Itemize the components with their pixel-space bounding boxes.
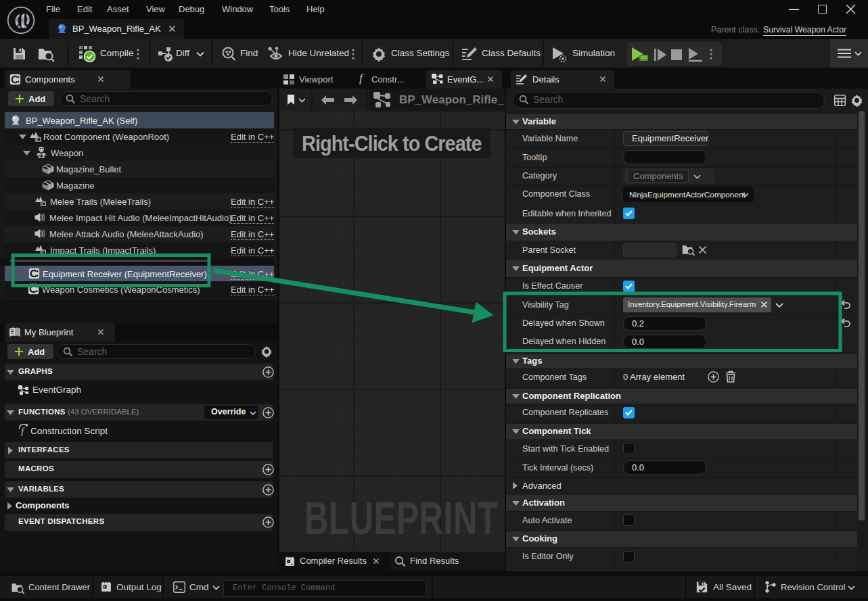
svg-text:f: f: [21, 427, 25, 437]
